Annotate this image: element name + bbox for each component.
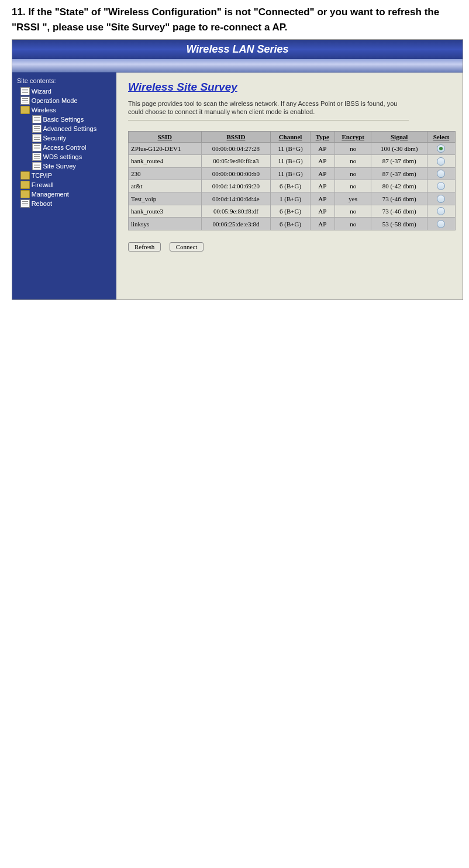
document-icon — [32, 143, 42, 151]
type-cell: AP — [310, 205, 334, 217]
column-header-select: Select — [427, 131, 455, 142]
type-cell: AP — [310, 167, 334, 180]
select-cell — [427, 142, 455, 154]
sidebar-item-label: Site Survey — [43, 163, 76, 170]
folder-icon — [20, 106, 30, 114]
sidebar-item-label: Operation Mode — [32, 97, 78, 104]
sidebar-item-access-control[interactable]: Access Control — [15, 143, 114, 152]
bssid-cell: 00:05:9e:80:f8:a3 — [201, 155, 271, 167]
doc-instruction-number: 11. — [12, 6, 26, 18]
channel-cell: 6 (B+G) — [271, 205, 310, 217]
sidebar-item-tcp/ip[interactable]: TCP/IP — [15, 171, 114, 180]
ssid-cell: hank_route3 — [129, 205, 202, 217]
survey-table: SSIDBSSIDChannelTypeEncryptSignalSelect … — [128, 131, 456, 230]
sidebar-item-management[interactable]: Management — [15, 190, 114, 199]
select-radio[interactable] — [437, 220, 445, 228]
encrypt-cell: no — [334, 142, 371, 154]
tree-line — [15, 144, 30, 151]
button-row: Refresh Connect — [128, 241, 459, 252]
type-cell: AP — [310, 180, 334, 192]
encrypt-cell: no — [334, 167, 371, 180]
tree-line — [15, 135, 30, 142]
ssid-cell: hank_route4 — [129, 155, 202, 167]
select-cell — [427, 180, 455, 192]
sidebar-item-label: Wireless — [32, 106, 56, 113]
sidebar-item-label: Access Control — [43, 144, 87, 151]
window-title: Wireless LAN Series — [12, 40, 463, 59]
column-header-ssid: SSID — [129, 131, 202, 142]
sidebar-item-firewall[interactable]: Firewall — [15, 180, 114, 190]
document-icon — [20, 199, 30, 208]
sidebar-item-operation-mode[interactable]: Operation Mode — [15, 96, 114, 105]
tree-line — [15, 153, 30, 161]
sidebar-item-wds-settings[interactable]: WDS settings — [15, 152, 114, 161]
select-cell — [427, 167, 455, 180]
document-icon — [32, 125, 42, 133]
signal-cell: 73 (-46 dbm) — [371, 192, 427, 205]
connect-button[interactable]: Connect — [170, 242, 204, 252]
document-icon — [32, 115, 42, 123]
ssid-cell: Test_voip — [129, 192, 202, 205]
ssid-cell: at&t — [129, 180, 202, 192]
tree-line — [15, 116, 30, 123]
bssid-cell: 00:06:25:de:e3:8d — [201, 218, 271, 230]
sidebar-item-label: Basic Settings — [43, 116, 84, 123]
tree-line — [15, 97, 19, 105]
sidebar-item-wireless[interactable]: Wireless — [15, 105, 114, 115]
sidebar-item-site-survey[interactable]: Site Survey — [15, 161, 114, 171]
type-cell: AP — [310, 192, 334, 205]
document-icon — [32, 153, 42, 161]
sidebar: Site contents: Wizard Operation Mode Wir… — [12, 73, 116, 299]
sidebar-item-security[interactable]: Security — [15, 133, 114, 143]
select-cell — [427, 218, 455, 230]
tree-line — [15, 181, 19, 189]
encrypt-cell: no — [334, 205, 371, 217]
table-row: at&t00:0d:14:00:69:206 (B+G)APno80 (-42 … — [129, 180, 456, 192]
sidebar-item-advanced-settings[interactable]: Advanced Settings — [15, 124, 114, 133]
sidebar-item-label: WDS settings — [43, 153, 82, 160]
app-window: Wireless LAN Series Site contents: Wizar… — [12, 39, 463, 300]
sidebar-item-wizard[interactable]: Wizard — [15, 87, 114, 96]
bssid-cell: 00:0d:14:00:6d:4e — [201, 192, 271, 205]
type-cell: AP — [310, 218, 334, 230]
tree-line — [15, 191, 19, 198]
table-row: 23000:00:00:00:00:b011 (B+G)APno87 (-37 … — [129, 167, 456, 180]
select-cell — [427, 192, 455, 205]
select-radio[interactable] — [437, 195, 445, 203]
sidebar-item-basic-settings[interactable]: Basic Settings — [15, 115, 114, 124]
select-radio[interactable] — [437, 182, 445, 190]
channel-cell: 11 (B+G) — [271, 167, 310, 180]
doc-instruction-text: If the "State" of "Wireless Configuratio… — [12, 6, 439, 33]
sidebar-item-label: Advanced Settings — [43, 125, 97, 132]
refresh-button[interactable]: Refresh — [128, 242, 161, 252]
document-icon — [32, 134, 42, 142]
sidebar-item-label: Management — [32, 191, 69, 198]
document-icon — [20, 87, 30, 95]
channel-cell: 1 (B+G) — [271, 192, 310, 205]
ssid-cell: 230 — [129, 167, 202, 180]
folder-icon — [20, 181, 30, 189]
signal-cell: 87 (-37 dbm) — [371, 155, 427, 167]
signal-cell: 100 (-30 dbm) — [371, 142, 427, 154]
tree-line — [15, 200, 19, 208]
signal-cell: 87 (-37 dbm) — [371, 167, 427, 180]
sidebar-item-label: Security — [43, 135, 67, 142]
bssid-cell: 00:00:00:00:00:b0 — [201, 167, 271, 180]
sidebar-item-label: Reboot — [32, 200, 52, 207]
select-radio[interactable] — [437, 144, 445, 153]
select-radio[interactable] — [437, 170, 445, 178]
table-row: Test_voip00:0d:14:00:6d:4e1 (B+G)APyes73… — [129, 192, 456, 205]
tree-line — [15, 172, 19, 180]
select-cell — [427, 155, 455, 167]
channel-cell: 6 (B+G) — [271, 218, 310, 230]
type-cell: AP — [310, 155, 334, 167]
sidebar-item-label: TCP/IP — [32, 172, 52, 179]
document-icon — [20, 97, 30, 105]
select-radio[interactable] — [437, 157, 445, 166]
channel-cell: 11 (B+G) — [271, 155, 310, 167]
bssid-cell: 00:05:9e:80:f8:df — [201, 205, 271, 217]
sidebar-item-reboot[interactable]: Reboot — [15, 199, 114, 208]
select-radio[interactable] — [437, 207, 445, 215]
signal-cell: 53 (-58 dbm) — [371, 218, 427, 230]
column-header-type: Type — [310, 131, 334, 142]
